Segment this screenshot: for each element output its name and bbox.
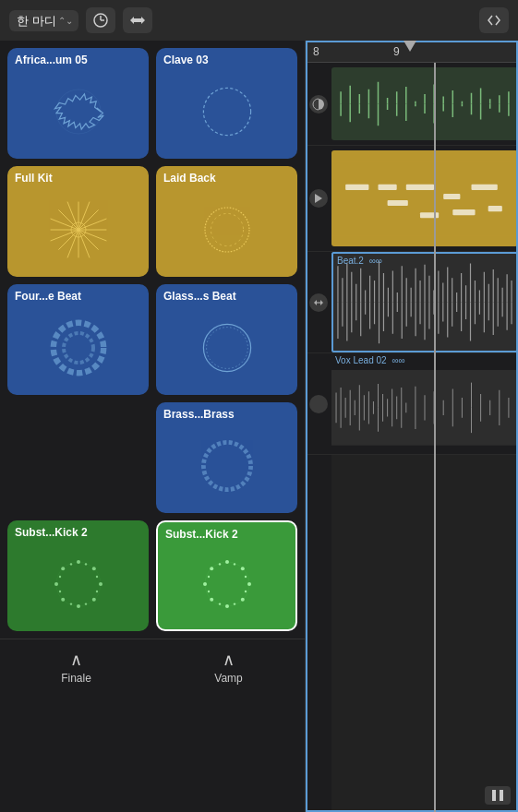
svg-rect-240	[492, 790, 496, 801]
track-4-loop-icon: ∞∞	[392, 355, 404, 365]
svg-point-47	[244, 591, 246, 592]
svg-point-19	[206, 328, 247, 369]
track-1-control-btn[interactable]	[309, 95, 328, 113]
play-icon	[313, 193, 324, 204]
clock-button[interactable]	[86, 7, 115, 33]
svg-point-23	[91, 598, 95, 602]
top-bar: 한 마디 두 마디 네 마디 ⌃⌄	[0, 0, 518, 41]
loop-cell-africa[interactable]: Africa...um 05 /* spiky circle */	[7, 48, 149, 159]
svg-point-34	[58, 576, 60, 578]
track-3-control-btn[interactable]	[309, 293, 328, 312]
svg-point-50	[207, 591, 209, 592]
arrows-lr-icon	[312, 296, 325, 309]
track-5	[306, 455, 518, 812]
track-3-waveform	[333, 254, 516, 351]
bottom-bar: ∧ Finale ∧ Vamp	[0, 639, 305, 694]
chevron-lr-icon	[487, 14, 501, 27]
finale-chevron-icon: ∧	[70, 650, 82, 670]
svg-point-33	[58, 591, 60, 592]
loop-cell-subst2[interactable]: Subst...Kick 2	[156, 520, 297, 631]
svg-point-14	[205, 208, 249, 252]
loop-cell-visual-subst2	[165, 544, 288, 624]
svg-rect-97	[379, 185, 397, 190]
track-4-label-text: Vox Lead 02	[335, 355, 387, 365]
loop-grid: Africa...um 05 /* spiky circle */ Clave …	[0, 41, 305, 520]
beat-marker-9: 9	[393, 45, 400, 58]
svg-point-54	[244, 576, 246, 578]
loop-cell-visual-fullkit	[15, 188, 141, 271]
playhead-triangle	[404, 41, 416, 52]
loop-cell-label-africa: Africa...um 05	[15, 54, 88, 66]
half-circle-icon	[312, 98, 325, 111]
loop-cell-laidback[interactable]: Laid Back	[156, 166, 297, 277]
loop-cell-fourbeat[interactable]: Four...e Beat	[7, 284, 149, 395]
track-4-controls	[306, 353, 331, 454]
track-4-content: Vox Lead 02 ∞∞	[331, 353, 518, 454]
measure-select-wrapper: 한 마디 두 마디 네 마디 ⌃⌄	[9, 10, 78, 31]
track-5-controls	[306, 455, 331, 811]
track-2-controls	[306, 146, 331, 251]
svg-point-49	[218, 603, 220, 604]
half-moon-icon	[312, 398, 325, 411]
track-4-waveform	[331, 370, 518, 454]
svg-point-26	[54, 582, 58, 586]
track-2-content	[331, 146, 518, 251]
pause-icon	[490, 789, 505, 802]
vamp-button[interactable]: ∧ Vamp	[152, 639, 305, 694]
loop-cell-subst1[interactable]: Subst...Kick 2	[7, 520, 149, 631]
svg-rect-241	[500, 790, 503, 801]
svg-point-53	[233, 563, 235, 565]
track-3-loop-icon: ∞∞	[369, 256, 382, 266]
svg-marker-94	[315, 194, 322, 203]
finale-button[interactable]: ∧ Finale	[0, 639, 152, 694]
timeline-header: 8 9	[306, 41, 518, 63]
svg-point-27	[61, 567, 65, 570]
svg-point-52	[218, 563, 220, 565]
track-2-control-btn[interactable]	[309, 189, 328, 208]
loop-cell-empty	[7, 402, 149, 513]
svg-rect-96	[345, 185, 368, 190]
chevron-button[interactable]	[479, 7, 509, 33]
loop-cell-clave[interactable]: Clave 03	[156, 48, 297, 159]
svg-point-42	[210, 598, 213, 602]
loop-cell-label-glassbeat: Glass...s Beat	[163, 290, 236, 303]
svg-point-35	[69, 563, 71, 565]
track-3-controls	[306, 252, 331, 352]
svg-point-15	[211, 213, 243, 245]
track-3-label-text: Beat.2	[337, 256, 364, 266]
svg-point-41	[225, 604, 229, 608]
loop-cell-label-clave: Clave 03	[163, 54, 209, 66]
svg-point-40	[240, 598, 244, 602]
svg-point-16	[53, 323, 102, 373]
timeline-panel: 8 9	[305, 41, 518, 812]
track-4-control-btn[interactable]	[309, 395, 328, 413]
track-1-waveform	[331, 67, 518, 140]
loop-cell-visual-laidback	[163, 188, 290, 271]
measure-select[interactable]: 한 마디 두 마디 네 마디	[9, 10, 78, 31]
svg-rect-99	[388, 200, 408, 206]
svg-point-4	[203, 88, 250, 135]
vamp-chevron-icon: ∧	[223, 650, 235, 670]
svg-rect-100	[443, 194, 460, 199]
arrows-button[interactable]	[123, 7, 152, 33]
track-1	[306, 63, 518, 146]
loop-cell-glassbeat[interactable]: Glass...s Beat	[156, 284, 297, 395]
track-3: Beat.2 ∞∞	[306, 252, 518, 353]
pause-button[interactable]	[485, 786, 511, 805]
svg-point-37	[95, 576, 97, 578]
svg-point-17	[64, 333, 93, 363]
loop-cell-label-fourbeat: Four...e Beat	[15, 290, 81, 303]
svg-point-31	[84, 603, 86, 604]
track-1-content	[331, 63, 518, 145]
loop-cell-label-laidback: Laid Back	[163, 172, 216, 185]
loop-cell-brassbrass[interactable]: Brass...Brass	[156, 402, 297, 513]
svg-point-3	[56, 90, 101, 134]
svg-point-25	[61, 598, 65, 602]
svg-point-28	[77, 560, 80, 564]
loop-cell-fullkit[interactable]: Full Kit	[7, 166, 149, 277]
loop-cell-visual-africa: /* spiky circle */	[15, 70, 141, 153]
loop-cell-visual-fourbeat	[15, 306, 141, 389]
svg-rect-98	[406, 185, 434, 190]
svg-point-24	[77, 604, 80, 608]
svg-rect-102	[420, 212, 439, 218]
